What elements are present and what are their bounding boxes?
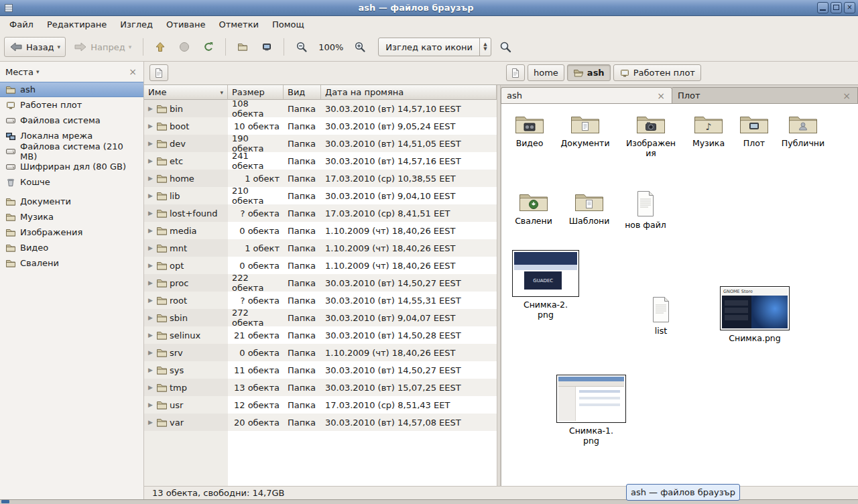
expander-icon[interactable]: ▶ [147,419,154,426]
taskbar-app-icon[interactable] [1,500,9,503]
expander-icon[interactable]: ▶ [147,384,154,391]
tree-row-proc[interactable]: ▶ proc222 обектаПапка30.03.2010 (вт) 14,… [144,274,497,292]
computer-button[interactable] [256,37,278,57]
tab-0[interactable]: ash× [501,87,672,103]
zoom-out-button[interactable] [290,37,313,57]
home-button[interactable] [232,37,253,57]
expander-icon[interactable]: ▶ [147,175,154,182]
maximize-button[interactable] [831,2,842,13]
tree-row-sys[interactable]: ▶ sys11 обектаПапка30.03.2010 (вт) 14,50… [144,361,497,379]
sidebar-item-0[interactable]: ash [0,82,143,97]
forward-button[interactable]: Напред ▾ [68,37,137,57]
tree-row-lost+found[interactable]: ▶ lost+found? обектаПапка17.03.2010 (ср)… [144,204,497,222]
expander-icon[interactable]: ▶ [147,349,154,356]
back-dropdown-icon[interactable]: ▾ [58,44,61,50]
tree-row-srv[interactable]: ▶ srv0 обектаПапка1.10.2009 (чт) 18,40,2… [144,344,497,361]
column-header-date[interactable]: Дата на промяна [321,85,497,100]
expander-icon[interactable]: ▶ [147,314,154,321]
tree-row-root[interactable]: ▶ root? обектаПапка30.03.2010 (вт) 14,55… [144,292,497,309]
tree-row-lib[interactable]: ▶ lib210 обектаПапка30.03.2010 (вт) 9,04… [144,187,497,204]
window-icon[interactable] [3,2,15,14]
expander-icon[interactable]: ▶ [147,332,154,338]
path-button-root[interactable] [506,64,525,81]
expander-icon[interactable]: ▶ [147,227,154,234]
tree-row-etc[interactable]: ▶ etc241 обектаПапка30.03.2010 (вт) 14,5… [144,152,497,170]
expander-icon[interactable]: ▶ [147,262,154,269]
path-button-Работен плот[interactable]: Работен плот [613,64,701,81]
close-button[interactable]: × [844,2,855,13]
view-mode-select[interactable]: Изглед като икони ▲▼ [378,38,491,56]
stop-button[interactable] [174,37,195,57]
tree-row-selinux[interactable]: ▶ selinux21 обектаПапка30.03.2010 (вт) 1… [144,326,497,344]
taskbar-window-button[interactable]: ash — файлов браузър [626,484,740,501]
search-button[interactable] [494,37,517,57]
expander-icon[interactable]: ▶ [147,245,154,251]
menu-item-5[interactable]: Помощ [265,17,311,32]
icon-item-0[interactable]: Видео [501,112,558,148]
tree-row-var[interactable]: ▶ var20 обектаПапка30.03.2010 (вт) 14,57… [144,414,497,431]
tab-1[interactable]: Плот× [672,87,858,103]
tree-row-tmp[interactable]: ▶ tmp13 обектаПапка30.03.2010 (вт) 15,07… [144,379,497,396]
expander-icon[interactable]: ▶ [147,158,154,164]
icon-view-canvas[interactable]: Видео Документи Изображения ♪Музика Плот… [501,104,858,486]
tree-row-mnt[interactable]: ▶ mnt1 обектПапка1.10.2009 (чт) 18,40,26… [144,239,497,257]
column-header-name[interactable]: Име ▾ [144,85,228,100]
icon-item-8[interactable]: нов файл [617,190,674,230]
icon-item-1[interactable]: Документи [557,112,613,148]
back-button[interactable]: Назад ▾ [4,37,66,57]
expander-icon[interactable]: ▶ [147,367,154,373]
path-button-home[interactable]: home [528,64,564,81]
tree-row-media[interactable]: ▶ media0 обектаПапка1.10.2009 (чт) 18,40… [144,222,497,239]
tree-row-dev[interactable]: ▶ dev190 обектаПапка30.03.2010 (вт) 14,5… [144,135,497,152]
sidebar-close-icon[interactable]: × [127,67,138,76]
tree-row-sbin[interactable]: ▶ sbin272 обектаПапка30.03.2010 (вт) 9,0… [144,309,497,326]
up-button[interactable] [149,37,171,57]
sidebar-item-5[interactable]: Шифриран дял (80 GB) [0,159,143,174]
tree-row-home[interactable]: ▶ home1 обектПапка17.03.2010 (ср) 10,38,… [144,170,497,187]
expander-icon[interactable]: ▶ [147,279,154,286]
menu-item-1[interactable]: Редактиране [40,17,113,32]
expander-icon[interactable]: ▶ [147,105,154,112]
expander-icon[interactable]: ▶ [147,192,154,199]
icon-item-9[interactable]: GUADECСнимка-2.png [512,250,579,320]
left-pane-path-button[interactable] [149,64,168,81]
tree-row-boot[interactable]: ▶ boot10 обектаПапка30.03.2010 (вт) 9,05… [144,117,497,135]
column-header-type[interactable]: Вид [284,85,321,100]
tree-row-bin[interactable]: ▶ bin108 обектаПапка30.03.2010 (вт) 14,5… [144,100,497,117]
expander-icon[interactable]: ▶ [147,140,154,147]
sidebar-item-1[interactable]: Работен плот [0,97,143,113]
menu-item-0[interactable]: Файл [3,17,40,32]
column-header-size[interactable]: Размер [228,85,284,100]
menu-item-4[interactable]: Отметки [212,17,265,32]
forward-dropdown-icon[interactable]: ▾ [129,44,132,50]
tree-row-opt[interactable]: ▶ opt0 обектаПапка1.10.2009 (чт) 18,40,2… [144,257,497,274]
expander-icon[interactable]: ▶ [147,297,154,304]
sidebar-item-4[interactable]: Файлова система (210 MB) [0,143,143,159]
sidebar-item-6[interactable]: Кошче [0,174,143,190]
icon-item-10[interactable]: list [633,296,689,336]
icon-item-7[interactable]: Шаблони [561,190,617,226]
minimize-button[interactable] [817,2,829,13]
reload-button[interactable] [198,37,219,57]
spinner-arrows-icon[interactable]: ▲▼ [479,38,490,56]
tab-close-icon[interactable]: × [656,91,666,101]
menu-item-2[interactable]: Изглед [113,17,160,32]
icon-item-5[interactable]: Публични [775,112,831,148]
tree-row-usr[interactable]: ▶ usr12 обектаПапка17.03.2010 (ср) 8,51,… [144,396,497,414]
path-button-ash[interactable]: ash [567,64,611,81]
sidebar-item-10[interactable]: Видео [0,240,143,255]
icon-item-4[interactable]: Плот [726,112,782,148]
chevron-down-icon[interactable]: ▾ [36,68,127,75]
icon-item-12[interactable]: Снимка-1.png [556,375,626,446]
tab-close-icon[interactable]: × [841,91,852,101]
sidebar-item-11[interactable]: Свалени [0,255,143,271]
icon-item-6[interactable]: Свалени [505,190,562,226]
expander-icon[interactable]: ▶ [147,210,154,216]
zoom-in-button[interactable] [349,37,371,57]
sidebar-item-2[interactable]: Файлова система [0,113,143,128]
expander-icon[interactable]: ▶ [147,401,154,408]
expander-icon[interactable]: ▶ [147,123,154,129]
sidebar-item-9[interactable]: Изображения [0,225,143,240]
icon-item-2[interactable]: Изображения [623,112,679,158]
sidebar-item-7[interactable]: Документи [0,194,143,209]
